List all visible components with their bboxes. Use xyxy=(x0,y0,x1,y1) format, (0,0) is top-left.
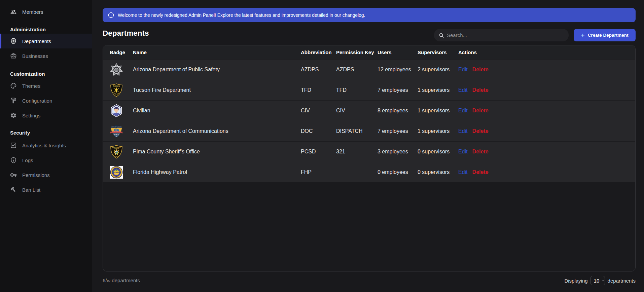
svg-text:TUCSON: TUCSON xyxy=(113,85,120,87)
svg-text:CITY OF TUCSON: CITY OF TUCSON xyxy=(111,126,122,127)
svg-text:HIGHWAY: HIGHWAY xyxy=(113,167,120,169)
svg-text:1865: 1865 xyxy=(115,156,117,157)
svg-text:FLORIDA: FLORIDA xyxy=(114,172,119,173)
svg-text:9-1-1: 9-1-1 xyxy=(114,134,119,136)
svg-text:PATROL: PATROL xyxy=(113,176,119,178)
